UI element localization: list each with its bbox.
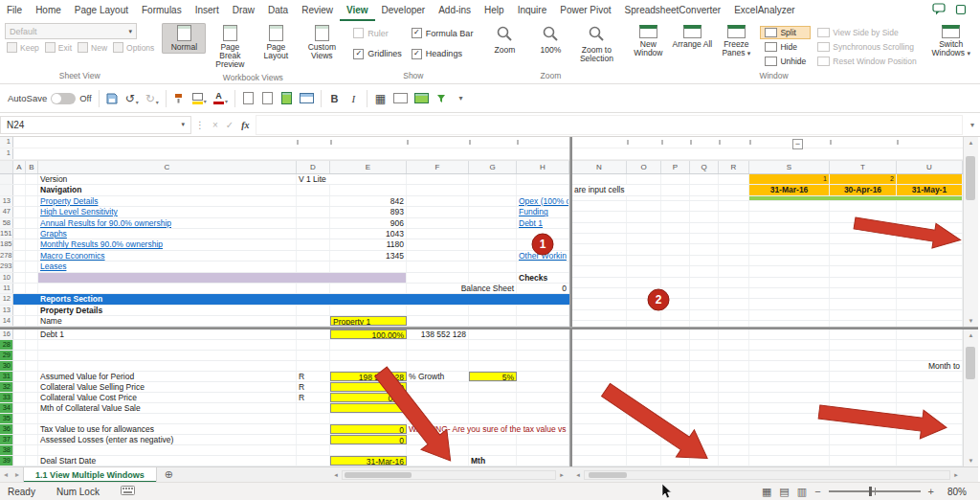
cell-g[interactable] xyxy=(469,435,517,444)
cell-n[interactable] xyxy=(572,330,627,339)
cell-u[interactable] xyxy=(897,266,963,276)
new-sheet-button[interactable] xyxy=(280,92,293,104)
vertical-split-bar[interactable] xyxy=(569,137,572,466)
cell-a[interactable] xyxy=(13,393,26,402)
cell-r[interactable] xyxy=(719,382,749,392)
cell-b[interactable] xyxy=(26,435,38,444)
cell-u[interactable] xyxy=(897,234,963,243)
col-header-a[interactable]: A xyxy=(13,161,26,173)
cell-r[interactable] xyxy=(719,445,749,455)
merge-center-button[interactable] xyxy=(393,93,408,103)
cell-h[interactable] xyxy=(517,229,569,239)
cell-c[interactable]: Version xyxy=(38,174,297,184)
zoom-to-selection-button[interactable]: Zoom to Selection xyxy=(574,23,618,66)
cell-e[interactable]: Property 1 xyxy=(330,316,407,326)
horizontal-scrollbar-left[interactable]: ◂ ▸ xyxy=(330,469,568,481)
filter-button[interactable] xyxy=(435,94,448,103)
cell-p[interactable] xyxy=(661,456,690,466)
cell-g[interactable] xyxy=(469,414,517,423)
cell-p[interactable] xyxy=(661,372,690,381)
bold-button[interactable]: B xyxy=(328,93,341,104)
cell-f[interactable] xyxy=(407,361,469,371)
cell-h[interactable] xyxy=(517,330,569,339)
cell-f[interactable] xyxy=(407,251,469,261)
fill-color-button[interactable]: ▾ xyxy=(192,93,207,104)
cell-u[interactable] xyxy=(897,244,963,254)
row-header[interactable]: 47 xyxy=(0,207,13,216)
cell-f[interactable]: Balance Sheet xyxy=(407,284,517,293)
cell-d[interactable] xyxy=(297,340,330,350)
cell-n[interactable] xyxy=(572,403,627,413)
cell-p[interactable] xyxy=(661,278,690,287)
cell-d[interactable] xyxy=(297,424,330,434)
split-button[interactable]: Split xyxy=(760,26,811,39)
cell-n[interactable] xyxy=(572,445,627,455)
cell-r[interactable] xyxy=(719,256,749,265)
cell-u[interactable] xyxy=(897,278,963,287)
cell-c[interactable]: Tax Value to use for allowances xyxy=(38,424,297,434)
table-button[interactable] xyxy=(414,93,429,103)
cell-b[interactable] xyxy=(26,361,38,371)
cell-o[interactable] xyxy=(627,361,661,371)
outline-collapse-button[interactable]: − xyxy=(792,139,803,149)
comments-icon[interactable] xyxy=(932,2,946,19)
cell-a[interactable] xyxy=(13,351,26,360)
cell-s[interactable] xyxy=(749,256,830,265)
cell-s[interactable] xyxy=(749,266,830,276)
cell-e[interactable]: 0.00 xyxy=(330,393,407,402)
scroll-left-icon[interactable]: ◂ xyxy=(330,471,342,479)
page-break-view-button[interactable]: ▥ xyxy=(797,486,807,498)
more-commands-button[interactable]: ▾ xyxy=(455,94,467,102)
cell-t[interactable] xyxy=(830,256,897,265)
cell-h[interactable] xyxy=(517,445,569,455)
cell-b[interactable] xyxy=(26,351,38,360)
cell-g[interactable] xyxy=(469,351,517,360)
cell-a[interactable] xyxy=(13,361,26,371)
cell-s[interactable] xyxy=(749,445,830,455)
cell-a[interactable] xyxy=(13,316,26,326)
cell-c[interactable]: Assessed Losses (enter as negative) xyxy=(38,435,297,444)
cell-g[interactable] xyxy=(469,306,517,315)
cell-e[interactable]: 906 xyxy=(330,218,407,228)
share-icon[interactable] xyxy=(955,2,967,19)
cell-n[interactable] xyxy=(572,278,627,287)
cell-t[interactable]: 2 xyxy=(830,174,897,184)
cell-f[interactable] xyxy=(407,340,469,350)
cell-r[interactable] xyxy=(719,278,749,287)
cell-p[interactable] xyxy=(661,310,690,320)
vertical-scrollbar-top[interactable]: ▲ ▼ xyxy=(963,137,978,327)
cell-n[interactable] xyxy=(572,435,627,444)
zoom-slider-knob[interactable] xyxy=(869,487,872,496)
col-header-c[interactable]: C xyxy=(38,161,297,173)
ribbon-tab-review[interactable]: Review xyxy=(295,0,340,21)
cell-u[interactable] xyxy=(897,212,963,221)
cell-n[interactable] xyxy=(572,372,627,381)
cell-f[interactable] xyxy=(407,403,469,413)
cell-a[interactable] xyxy=(13,239,26,249)
cell-t[interactable] xyxy=(830,456,897,466)
cell-a[interactable] xyxy=(13,251,26,261)
cell-e[interactable]: 31-Mar-16 xyxy=(330,456,407,466)
cell-t[interactable] xyxy=(830,244,897,254)
cell-f[interactable] xyxy=(407,229,469,239)
cell-d[interactable]: V 1 Lite xyxy=(297,174,407,184)
row-header[interactable]: 278 xyxy=(0,251,13,261)
cell-s[interactable] xyxy=(749,361,830,371)
cell-h[interactable] xyxy=(517,456,569,466)
cell-n[interactable] xyxy=(572,244,627,254)
ribbon-tab-draw[interactable]: Draw xyxy=(226,0,261,21)
cell-o[interactable] xyxy=(627,456,661,466)
cell-u[interactable] xyxy=(897,201,963,211)
scroll-down-icon[interactable]: ▼ xyxy=(969,455,974,466)
cell-f[interactable]: WARNING- Are you sure of the tax value v… xyxy=(407,424,569,434)
page-layout-view-button[interactable]: ▤ xyxy=(779,486,789,498)
cell-u[interactable] xyxy=(897,310,963,320)
cell-t[interactable] xyxy=(830,330,897,339)
cell-c[interactable] xyxy=(38,273,407,283)
col-header-r[interactable]: R xyxy=(719,161,749,173)
cell-o[interactable] xyxy=(627,414,661,423)
cell-h[interactable]: Debt 1 xyxy=(517,218,569,228)
cell-g[interactable] xyxy=(469,251,517,261)
cell-e[interactable]: 1180 xyxy=(330,239,407,249)
cell-c[interactable]: Name xyxy=(38,316,297,326)
